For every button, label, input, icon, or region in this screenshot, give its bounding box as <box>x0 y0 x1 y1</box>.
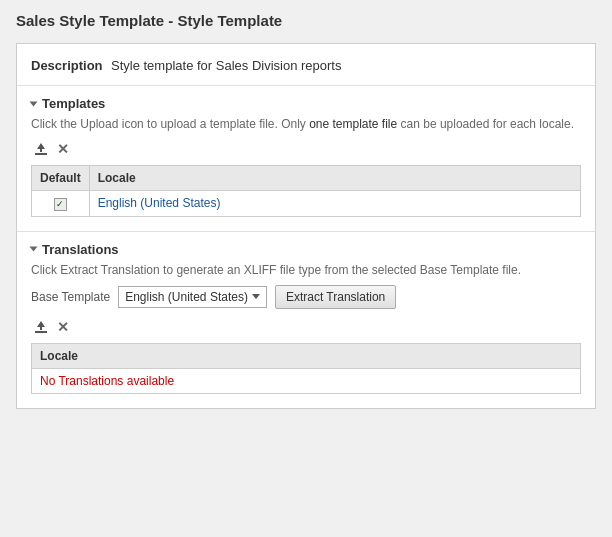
base-template-value: English (United States) <box>125 290 248 304</box>
page-container: Sales Style Template - Style Template De… <box>0 0 612 421</box>
templates-delete-button[interactable]: ✕ <box>55 139 71 159</box>
base-template-label: Base Template <box>31 290 110 304</box>
delete-icon: ✕ <box>57 141 69 157</box>
templates-col-locale: Locale <box>89 166 580 191</box>
templates-info-text: Click the Upload icon to upload a templa… <box>31 117 581 131</box>
templates-section: Templates Click the Upload icon to uploa… <box>17 86 595 232</box>
templates-table: Default Locale English (United States) <box>31 165 581 217</box>
templates-row-locale-cell: English (United States) <box>89 191 580 217</box>
translations-toolbar: ✕ <box>31 317 581 337</box>
main-content: Description Style template for Sales Div… <box>16 43 596 409</box>
templates-row-default-cell <box>32 191 90 217</box>
translations-table-header-row: Locale <box>32 343 581 368</box>
translations-section: Translations Click Extract Translation t… <box>17 232 595 408</box>
page-title: Sales Style Template - Style Template <box>16 12 596 29</box>
translations-upload-button[interactable] <box>31 317 51 337</box>
description-label: Description <box>31 56 111 73</box>
templates-table-header-row: Default Locale <box>32 166 581 191</box>
base-template-select[interactable]: English (United States) <box>118 286 267 308</box>
translations-delete-button[interactable]: ✕ <box>55 317 71 337</box>
templates-upload-button[interactable] <box>31 139 51 159</box>
description-value: Style template for Sales Division report… <box>111 56 341 73</box>
description-row: Description Style template for Sales Div… <box>17 44 595 86</box>
extract-translation-button[interactable]: Extract Translation <box>275 285 396 309</box>
table-row: No Translations available <box>32 368 581 393</box>
base-template-dropdown-arrow-icon <box>252 294 260 299</box>
delete-icon: ✕ <box>57 319 69 335</box>
templates-toolbar: ✕ <box>31 139 581 159</box>
translations-table: Locale No Translations available <box>31 343 581 394</box>
base-template-row: Base Template English (United States) Ex… <box>31 285 581 309</box>
no-translations-text: No Translations available <box>40 374 174 388</box>
templates-section-title: Templates <box>42 96 105 111</box>
svg-rect-0 <box>35 153 47 155</box>
translations-empty-message: No Translations available <box>32 368 581 393</box>
translations-section-header[interactable]: Translations <box>31 242 581 257</box>
translations-section-title: Translations <box>42 242 119 257</box>
upload-icon <box>33 319 49 335</box>
svg-rect-2 <box>35 331 47 333</box>
svg-marker-3 <box>37 321 45 330</box>
templates-col-default: Default <box>32 166 90 191</box>
table-row: English (United States) <box>32 191 581 217</box>
templates-info-highlight: one template file <box>309 117 397 131</box>
translations-info-text: Click Extract Translation to generate an… <box>31 263 581 277</box>
default-checkbox[interactable] <box>54 198 67 211</box>
templates-section-header[interactable]: Templates <box>31 96 581 111</box>
templates-triangle-icon <box>30 101 38 106</box>
upload-icon <box>33 141 49 157</box>
svg-marker-1 <box>37 143 45 152</box>
templates-locale-link[interactable]: English (United States) <box>98 196 221 210</box>
translations-triangle-icon <box>30 247 38 252</box>
translations-col-locale: Locale <box>32 343 581 368</box>
